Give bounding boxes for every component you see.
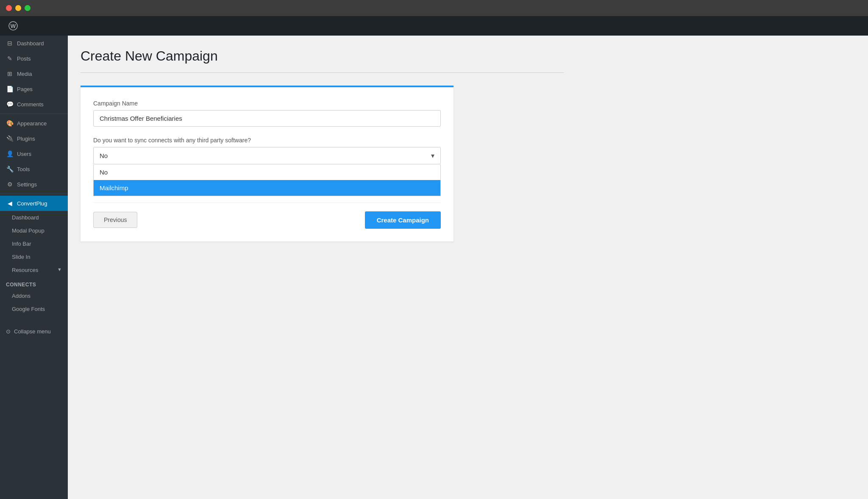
svg-text:W: W: [11, 23, 16, 29]
sidebar: ⊟ Dashboard ✎ Posts ⊞ Media 📄 Pages 💬 Co…: [0, 16, 68, 499]
dashboard-icon: ⊟: [6, 40, 14, 47]
sidebar-item-users[interactable]: 👤 Users: [0, 146, 68, 161]
app-wrapper: W ⊟ Dashboard ✎ Posts ⊞ Media 📄 Pages 💬 …: [0, 16, 868, 499]
title-bar: [0, 0, 868, 16]
sidebar-item-appearance[interactable]: 🎨 Appearance: [0, 116, 68, 131]
sync-dropdown-selected[interactable]: No ▾: [93, 147, 441, 164]
create-campaign-button[interactable]: Create Campaign: [365, 211, 441, 229]
sidebar-item-pages[interactable]: 📄 Pages: [0, 81, 68, 97]
sidebar-item-label: Plugins: [17, 136, 35, 142]
page-title: Create New Campaign: [81, 48, 564, 64]
page-divider: [81, 72, 564, 73]
sidebar-item-dashboard[interactable]: ⊟ Dashboard: [0, 36, 68, 51]
wp-logo: W: [7, 19, 19, 32]
sidebar-item-label: Appearance: [17, 120, 47, 127]
tools-icon: 🔧: [6, 166, 14, 172]
sidebar-item-label: Pages: [17, 86, 33, 92]
campaign-name-group: Campaign Name: [93, 100, 441, 127]
sidebar-item-label: Settings: [17, 181, 37, 188]
sidebar-item-label: Comments: [17, 101, 44, 108]
sidebar-sub-item-slide-in[interactable]: Slide In: [0, 250, 68, 263]
sidebar-sub-item-info-bar[interactable]: Info Bar: [0, 237, 68, 250]
pages-icon: 📄: [6, 86, 14, 92]
sync-selected-value: No: [100, 152, 108, 159]
sync-group: Do you want to sync connects with any th…: [93, 137, 441, 164]
plugins-icon: 🔌: [6, 135, 14, 142]
connects-section-label: Connects: [0, 277, 68, 289]
maximize-button[interactable]: [25, 5, 31, 11]
sidebar-sub-item-resources[interactable]: Resources ▼: [0, 263, 68, 277]
sidebar-divider-1: [0, 114, 68, 114]
close-button[interactable]: [6, 5, 12, 11]
media-icon: ⊞: [6, 70, 14, 77]
comments-icon: 💬: [6, 101, 14, 108]
posts-icon: ✎: [6, 55, 14, 62]
sidebar-item-label: Posts: [17, 55, 31, 62]
sidebar-item-label: Media: [17, 71, 32, 77]
previous-button[interactable]: Previous: [93, 212, 137, 228]
sidebar-item-tools[interactable]: 🔧 Tools: [0, 161, 68, 177]
wp-admin-bar: W: [0, 16, 868, 36]
sync-option-no[interactable]: No: [94, 164, 440, 180]
users-icon: 👤: [6, 150, 14, 157]
sidebar-item-label: ConvertPlug: [17, 200, 47, 207]
chevron-down-icon: ▾: [431, 152, 434, 160]
settings-icon: ⚙: [6, 181, 14, 188]
campaign-name-label: Campaign Name: [93, 100, 441, 107]
appearance-icon: 🎨: [6, 120, 14, 127]
sidebar-divider-2: [0, 194, 68, 194]
minimize-button[interactable]: [15, 5, 21, 11]
resources-arrow-icon: ▼: [57, 267, 62, 273]
convertplug-icon: ◀: [6, 200, 14, 207]
sidebar-item-label: Dashboard: [17, 40, 44, 47]
collapse-menu-button[interactable]: ⊙ Collapse menu: [0, 324, 68, 339]
convertplug-submenu: Dashboard Modal Popup Info Bar Slide In …: [0, 211, 68, 277]
sidebar-item-media[interactable]: ⊞ Media: [0, 66, 68, 81]
collapse-icon: ⊙: [6, 328, 11, 335]
sidebar-item-settings[interactable]: ⚙ Settings: [0, 177, 68, 192]
sidebar-item-convertplug[interactable]: ◀ ConvertPlug: [0, 196, 68, 211]
sidebar-item-label: Users: [17, 151, 31, 157]
page-content: Create New Campaign Campaign Name Do you…: [68, 36, 576, 254]
sidebar-sub-item-modal-popup[interactable]: Modal Popup: [0, 224, 68, 237]
sidebar-sub-item-addons[interactable]: Addons: [0, 289, 68, 302]
sync-option-mailchimp[interactable]: Mailchimp: [94, 180, 440, 196]
form-card: Campaign Name Do you want to sync connec…: [81, 86, 453, 241]
sidebar-item-comments[interactable]: 💬 Comments: [0, 97, 68, 112]
form-actions: Previous Create Campaign: [93, 202, 441, 229]
sidebar-item-label: Tools: [17, 166, 30, 172]
collapse-menu-label: Collapse menu: [14, 328, 51, 335]
sidebar-sub-item-dashboard[interactable]: Dashboard: [0, 211, 68, 224]
sync-dropdown-options: No Mailchimp: [93, 164, 441, 196]
main-content: Create New Campaign Campaign Name Do you…: [68, 16, 868, 499]
sidebar-item-posts[interactable]: ✎ Posts: [0, 51, 68, 66]
sync-dropdown-wrapper: No ▾ No Mailchimp: [93, 147, 441, 164]
sync-label: Do you want to sync connects with any th…: [93, 137, 441, 144]
campaign-name-input[interactable]: [93, 110, 441, 127]
sidebar-sub-item-google-fonts[interactable]: Google Fonts: [0, 302, 68, 316]
sidebar-item-plugins[interactable]: 🔌 Plugins: [0, 131, 68, 146]
